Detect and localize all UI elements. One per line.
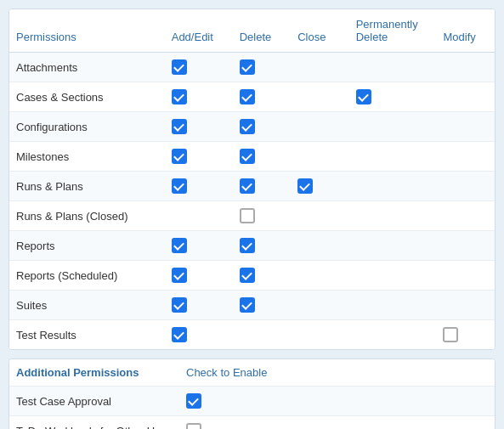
close-cell (291, 112, 349, 142)
permdel-cell (349, 172, 437, 201)
additional-permissions-wrapper: Additional Permissions Check to Enable T… (8, 358, 496, 429)
col-header-close: Close (291, 9, 349, 53)
check-to-enable-label: Check to Enable (186, 366, 267, 379)
close-cell (291, 172, 349, 201)
permdel-cell (349, 231, 437, 261)
permission-name: Reports (Scheduled) (9, 261, 165, 291)
permission-name: Test Results (9, 320, 165, 350)
addedit-cell (165, 172, 233, 201)
additional-permission-check (186, 393, 254, 409)
table-row: Test Results (9, 320, 495, 350)
addedit-cell (165, 142, 233, 172)
addedit-checkbox-checked[interactable] (172, 268, 187, 283)
additional-permissions-header: Additional Permissions Check to Enable (9, 359, 495, 387)
table-row: Suites (9, 291, 495, 320)
delete-cell (233, 53, 292, 82)
addedit-checkbox-checked[interactable] (172, 297, 187, 313)
addedit-cell (165, 231, 233, 261)
modify-cell (436, 291, 495, 320)
delete-checkbox-checked[interactable] (240, 59, 255, 75)
delete-cell (233, 112, 292, 142)
table-row: Milestones (9, 142, 495, 172)
permdel-cell (349, 291, 437, 320)
delete-checkbox-checked[interactable] (240, 149, 255, 164)
delete-checkbox-checked[interactable] (240, 238, 255, 253)
delete-checkbox-checked[interactable] (240, 178, 255, 194)
permission-name: Milestones (9, 142, 165, 172)
permission-name: Cases & Sections (9, 82, 165, 112)
col-header-permissions: Permissions (9, 9, 165, 53)
additional-permission-name: ToDo Workloads for Other Users (16, 425, 186, 430)
addedit-cell (165, 112, 233, 142)
delete-cell (233, 291, 292, 320)
permission-name: Reports (9, 231, 165, 261)
modify-checkbox-unchecked[interactable] (443, 327, 458, 342)
addedit-checkbox-checked[interactable] (172, 89, 187, 104)
addedit-cell (165, 320, 233, 350)
modify-cell (436, 231, 495, 261)
delete-checkbox-checked[interactable] (240, 89, 255, 104)
additional-checkbox-unchecked[interactable] (186, 423, 201, 429)
modify-cell (436, 82, 495, 112)
col-header-delete: Delete (233, 9, 292, 53)
delete-cell (233, 201, 292, 231)
additional-checkbox-checked[interactable] (186, 393, 201, 409)
permission-name: Attachments (9, 53, 165, 82)
col-header-addedit: Add/Edit (165, 9, 233, 53)
permdel-cell (349, 112, 437, 142)
modify-cell (436, 112, 495, 142)
delete-cell (233, 142, 292, 172)
table-row: Cases & Sections (9, 82, 495, 112)
modify-cell (436, 320, 495, 350)
table-row: Reports (9, 231, 495, 261)
addedit-checkbox-checked[interactable] (172, 59, 187, 75)
permission-name: Runs & Plans (Closed) (9, 201, 165, 231)
table-row: Runs & Plans (Closed) (9, 201, 495, 231)
addedit-checkbox-checked[interactable] (172, 238, 187, 253)
modify-cell (436, 142, 495, 172)
addedit-cell (165, 53, 233, 82)
addedit-cell (165, 82, 233, 112)
delete-checkbox-unchecked[interactable] (240, 208, 255, 223)
delete-checkbox-checked[interactable] (240, 297, 255, 313)
delete-cell (233, 231, 292, 261)
addedit-cell (165, 201, 233, 231)
table-row: Runs & Plans (9, 172, 495, 201)
delete-cell (233, 172, 292, 201)
modify-cell (436, 53, 495, 82)
close-cell (291, 53, 349, 82)
modify-cell (436, 261, 495, 291)
permdel-cell (349, 82, 437, 112)
permdel-cell (349, 142, 437, 172)
close-cell (291, 291, 349, 320)
delete-checkbox-checked[interactable] (240, 119, 255, 134)
addedit-cell (165, 261, 233, 291)
close-checkbox-checked[interactable] (297, 178, 313, 194)
permission-name: Suites (9, 291, 165, 320)
permission-name: Configurations (9, 112, 165, 142)
addedit-checkbox-checked[interactable] (172, 149, 187, 164)
permdel-checkbox-checked[interactable] (356, 89, 371, 104)
additional-permission-check (186, 423, 254, 429)
additional-permission-row: Test Case Approval (9, 387, 495, 416)
addedit-cell (165, 291, 233, 320)
permissions-table: Permissions Add/Edit Delete Close Perman… (9, 9, 495, 349)
modify-cell (436, 201, 495, 231)
close-cell (291, 261, 349, 291)
table-row: Attachments (9, 53, 495, 82)
permission-name: Runs & Plans (9, 172, 165, 201)
delete-cell (233, 82, 292, 112)
additional-permission-row: ToDo Workloads for Other Users (9, 416, 495, 429)
additional-permissions-label: Additional Permissions (16, 366, 186, 379)
delete-checkbox-checked[interactable] (240, 268, 255, 283)
permdel-cell (349, 261, 437, 291)
addedit-checkbox-checked[interactable] (172, 178, 187, 194)
table-header-row: Permissions Add/Edit Delete Close Perman… (9, 9, 495, 53)
addedit-checkbox-checked[interactable] (172, 119, 187, 134)
table-row: Configurations (9, 112, 495, 142)
addedit-checkbox-checked[interactable] (172, 327, 187, 342)
delete-cell (233, 261, 292, 291)
table-row: Reports (Scheduled) (9, 261, 495, 291)
close-cell (291, 320, 349, 350)
permdel-cell (349, 201, 437, 231)
